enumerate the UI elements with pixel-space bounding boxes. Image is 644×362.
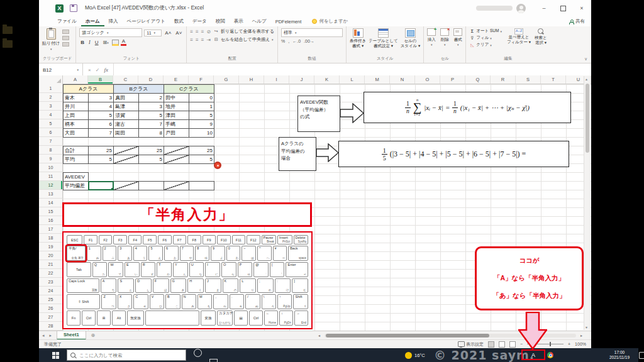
cell[interactable]: 5 (189, 155, 214, 164)
clear-button[interactable]: ◺クリア▾ (469, 42, 502, 48)
column-header-D[interactable]: D (138, 75, 164, 84)
cell[interactable]: 津田 (164, 111, 189, 120)
cell[interactable] (164, 155, 189, 164)
scroll-left-icon[interactable]: ◂ (318, 333, 320, 337)
notification-center-icon[interactable] (638, 348, 644, 362)
column-header-K[interactable]: K (314, 75, 340, 84)
row-header-8[interactable]: 8 (39, 146, 63, 155)
desktop-folder-icon[interactable] (3, 26, 13, 34)
cell[interactable]: 5 (88, 111, 114, 120)
desktop-folder-icon[interactable] (3, 40, 13, 48)
selected-cell-B12[interactable] (88, 181, 114, 190)
paste-button[interactable]: 貼り付け ▾ (42, 28, 60, 51)
cell[interactable]: 8 (138, 128, 164, 138)
number-style-button[interactable]: ←.0 (292, 39, 301, 43)
ime-note-box[interactable]: ココが「A」なら「半角入力」「あ」なら「半角入力」 (475, 246, 584, 310)
row-header-23[interactable]: 23 (39, 278, 63, 287)
number-style-button[interactable]: % (281, 39, 285, 43)
cell[interactable]: 戸田 (164, 128, 189, 138)
vscroll-thumb[interactable] (586, 84, 589, 153)
formula-input[interactable] (114, 63, 591, 76)
insert-cells-button[interactable]: 挿入▾ (427, 28, 436, 47)
taskbar-search[interactable] (67, 349, 186, 361)
cell[interactable]: 地井 (164, 102, 189, 111)
cell-styles-button[interactable]: セルのスタイル ▾ (401, 28, 421, 48)
cell[interactable]: 3 (138, 102, 164, 111)
cell[interactable]: AVEDEV (63, 172, 89, 182)
scroll-down-icon[interactable]: ▾ (586, 325, 587, 329)
borders-button[interactable]: ⊞▾ (102, 40, 110, 45)
cell[interactable]: 平均 (63, 155, 89, 164)
sheet-tab-sheet1[interactable]: Sheet1 (57, 331, 86, 340)
fill-color-button[interactable] (112, 40, 119, 46)
page-break-view-icon[interactable] (509, 341, 516, 348)
name-box[interactable]: B12 ▾ (39, 63, 83, 76)
row-header-22[interactable]: 22 (39, 269, 63, 278)
column-header-S[interactable]: S (516, 75, 541, 84)
align-bottom-icon[interactable]: ≡ (201, 29, 205, 35)
cell[interactable]: 瀬古 (113, 119, 139, 129)
arrow-right-shape[interactable] (340, 103, 364, 123)
copy-button[interactable] (62, 36, 72, 40)
cell[interactable]: 6 (88, 119, 114, 129)
row-header-17[interactable]: 17 (39, 225, 63, 234)
column-header-T[interactable]: T (541, 75, 566, 84)
ime-indicator[interactable]: A (521, 349, 545, 360)
column-header-L[interactable]: L (340, 75, 365, 84)
taskbar-clock[interactable]: 17:00 2021/11/19 (602, 348, 636, 362)
a-class-formula-box[interactable]: 15 (|3 − 5| + |4 − 5| + |5 − 5| + |6 − 5… (338, 141, 569, 167)
row-header-4[interactable]: 4 (39, 111, 63, 119)
tab-表示[interactable]: 表示 (230, 16, 248, 26)
format-cells-button[interactable]: 書式▾ (453, 28, 462, 47)
row-header-7[interactable]: 7 (39, 137, 63, 146)
cell[interactable]: 5 (189, 111, 214, 120)
row-header-1[interactable]: 1 (39, 84, 63, 93)
row-header-25[interactable]: 25 (39, 295, 63, 304)
tab-ファイル[interactable]: ファイル (53, 16, 81, 26)
task-view-icon[interactable] (206, 358, 221, 362)
cell[interactable] (113, 181, 139, 190)
column-header-R[interactable]: R (491, 75, 516, 84)
cell[interactable]: 島津 (113, 102, 139, 111)
column-header-Q[interactable]: Q (465, 75, 491, 84)
row-header-18[interactable]: 18 (39, 234, 63, 243)
column-header-N[interactable]: N (390, 75, 415, 84)
cell[interactable]: 2 (138, 93, 164, 102)
cell[interactable] (189, 181, 214, 190)
select-all-corner[interactable] (39, 75, 63, 84)
hankaku-input-banner[interactable]: 「半角入力」 (62, 202, 312, 227)
align-center-icon[interactable]: ≡ (196, 37, 199, 43)
tell-me-box[interactable]: 何をしますか (312, 18, 348, 25)
shrink-font-button[interactable]: A˅ (174, 30, 183, 36)
align-top-icon[interactable]: ≡ (190, 29, 194, 35)
cell[interactable]: 0 (189, 93, 214, 102)
tab-ホーム[interactable]: ホーム (81, 16, 104, 26)
underline-button[interactable]: U (94, 40, 100, 45)
cell[interactable]: 井川 (63, 102, 89, 111)
cell[interactable]: Bクラス (113, 84, 164, 94)
cell[interactable]: 5 (138, 155, 164, 164)
display-settings-button[interactable]: 表示設定 (458, 341, 484, 348)
cell[interactable]: 合計 (63, 146, 89, 155)
tab-校閲[interactable]: 校閲 (211, 16, 230, 26)
cell[interactable]: 10 (189, 128, 214, 138)
row-header-6[interactable]: 6 (39, 128, 63, 137)
delete-cells-button[interactable]: 削除▾ (440, 28, 449, 47)
column-header-O[interactable]: O (415, 75, 440, 84)
zoom-in-icon[interactable]: + (568, 342, 570, 346)
column-header-H[interactable]: H (239, 75, 264, 84)
add-sheet-icon[interactable]: ⊕ (91, 332, 96, 338)
cell[interactable]: 25 (138, 146, 164, 155)
cell[interactable]: 園田 (113, 128, 139, 138)
page-layout-view-icon[interactable] (499, 341, 505, 348)
row-header-24[interactable]: 24 (39, 287, 63, 295)
column-header-P[interactable]: P (440, 75, 465, 84)
row-header-27[interactable]: 27 (39, 313, 63, 322)
start-button[interactable] (48, 348, 63, 362)
row-header-28[interactable]: 28 (39, 322, 63, 331)
save-icon[interactable] (70, 4, 77, 12)
row-header-3[interactable]: 3 (39, 102, 63, 111)
vertical-scrollbar[interactable]: ▴ ▾ (584, 76, 591, 330)
hscroll-thumb[interactable] (326, 334, 489, 337)
row-header-13[interactable]: 13 (39, 190, 63, 199)
